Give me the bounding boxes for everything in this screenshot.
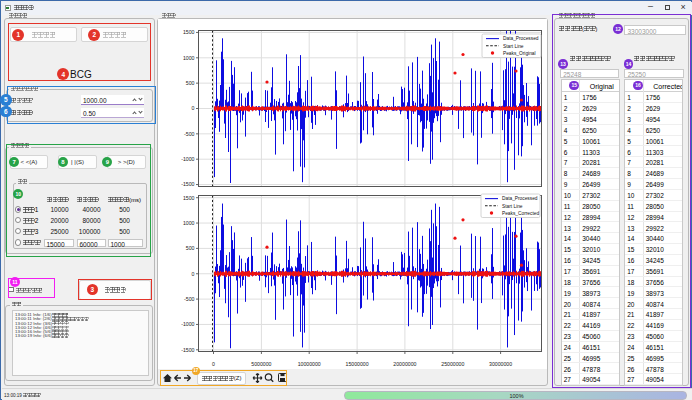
svg-text:Start Line: Start Line	[502, 204, 523, 209]
svg-text:Peaks_Corrected: Peaks_Corrected	[502, 211, 539, 216]
svg-text:0: 0	[192, 105, 195, 111]
svg-text:-1000: -1000	[181, 321, 194, 327]
svg-text:-1000: -1000	[181, 156, 194, 162]
svg-text:-1500: -1500	[181, 347, 194, 353]
svg-text:0: 0	[192, 271, 195, 277]
svg-text:20000000: 20000000	[393, 361, 416, 367]
svg-text:30000000: 30000000	[489, 361, 512, 367]
svg-text:-500: -500	[184, 131, 194, 137]
svg-text:10000000: 10000000	[298, 361, 321, 367]
svg-text:Data_Processed: Data_Processed	[503, 36, 539, 41]
svg-text:15000000: 15000000	[346, 361, 369, 367]
svg-text:500: 500	[186, 245, 195, 251]
svg-text:5000000: 5000000	[251, 361, 271, 367]
svg-text:0: 0	[212, 361, 215, 367]
svg-text:1500: 1500	[183, 195, 195, 201]
svg-text:25000000: 25000000	[441, 361, 464, 367]
svg-text:Start Line: Start Line	[503, 44, 524, 49]
svg-text:1000: 1000	[183, 220, 195, 226]
svg-text:-500: -500	[184, 296, 194, 302]
svg-text:-1500: -1500	[181, 181, 194, 187]
svg-text:Data_Processed: Data_Processed	[502, 196, 538, 201]
svg-text:1000: 1000	[183, 55, 195, 61]
svg-text:1500: 1500	[183, 29, 195, 35]
svg-text:500: 500	[186, 80, 195, 86]
svg-text:Peaks_Original: Peaks_Original	[503, 51, 536, 56]
